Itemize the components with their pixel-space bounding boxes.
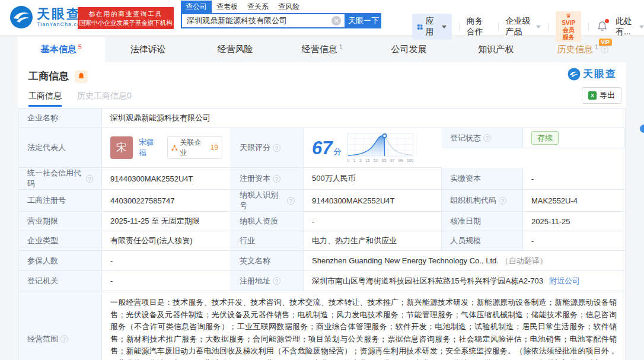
avatar[interactable]: 宋: [110, 136, 133, 159]
business-scope-label: 经营范围?: [19, 291, 102, 360]
apps-grid-icon: [417, 23, 423, 31]
notification-dot: [605, 19, 609, 23]
search-tabs: 查公司 查老板 查关系 查风险: [181, 1, 381, 13]
reg-authority-label: 登记机关: [19, 271, 102, 291]
search-area: 查公司 查老板 查关系 查风险 ✕ 天眼一下: [181, 1, 381, 28]
tianyancha-logo-icon: [9, 5, 33, 29]
tab-business-info[interactable]: 经营信息1: [279, 37, 366, 62]
score-tick: 50: [374, 158, 378, 163]
score-number: 67: [312, 138, 332, 158]
search-button[interactable]: 天眼一下: [346, 13, 381, 28]
search-tab-relation[interactable]: 查关系: [243, 1, 273, 13]
table-row: 登记机关 - 注册地址? 深圳市南山区粤海街道科技园社区科苑路15号科兴科学园A…: [19, 271, 625, 291]
table-row: 法定代表人 宋 宋疆福 关联企业 19: [19, 128, 625, 168]
tab-count: 5: [78, 43, 82, 50]
staff-size-label: 人员规模: [442, 231, 523, 251]
score-tick: 15: [365, 158, 370, 163]
search-tab-risk[interactable]: 查风险: [273, 1, 304, 13]
reg-capital-value: 500万人民币: [304, 168, 442, 190]
subscribe-bell-icon[interactable]: [75, 70, 88, 83]
score-tick: 100: [407, 158, 414, 163]
taxpayer-id-value: 91440300MAK2552U4T: [304, 190, 442, 212]
reg-capital-label: 注册资本?: [231, 168, 304, 190]
score-tick: 99: [398, 158, 403, 163]
section-title: 工商信息: [28, 69, 69, 83]
tab-basic-info[interactable]: 基本信息5: [18, 37, 105, 62]
related-company-icon: [171, 145, 178, 151]
floating-widget-handle[interactable]: [640, 125, 644, 133]
watermark-text: 天眼查: [583, 67, 617, 81]
taxpayer-quality-label: 纳税人资质: [231, 212, 304, 231]
insured-count-label: 参保人数: [19, 251, 102, 271]
company-type-label: 企业类型: [19, 231, 102, 251]
help-icon[interactable]: ?: [499, 197, 506, 205]
table-row: 企业类型 有限责任公司(法人独资) 行业 电力、热力生产和供应业 人员规模 -: [19, 231, 625, 251]
business-term-value: 2025-11-25 至 无固定期限: [102, 212, 231, 231]
chevron-down-icon: [536, 26, 541, 28]
subtab-business-info[interactable]: 工商信息: [28, 91, 62, 107]
excel-icon: X: [588, 91, 597, 100]
apps-menu-button[interactable]: 应用: [412, 14, 452, 40]
industry-label: 行业: [231, 231, 304, 251]
credit-code-label: 统一社会信用代码?: [19, 168, 102, 190]
insured-count-value: -: [102, 251, 231, 271]
business-cooperation-link[interactable]: 商务合作: [467, 16, 491, 37]
tab-count: 1: [339, 43, 342, 50]
user-name: 此处有...: [616, 16, 637, 37]
tab-legal-proceedings[interactable]: 法律诉讼: [105, 37, 192, 62]
svip-member-button[interactable]: ♛ SVIP 会员服务: [556, 11, 581, 42]
search-tab-boss[interactable]: 查老板: [212, 1, 243, 13]
table-row: 经营范围? 一般经营项目是：技术服务、技术开发、技术咨询、技术交流、技术转让、技…: [19, 291, 625, 360]
help-icon[interactable]: ?: [287, 197, 295, 205]
english-name-label: 英文名称: [231, 251, 304, 271]
enterprise-products-link[interactable]: 企业级产品: [505, 16, 541, 37]
business-info-card: 工商信息 天眼查 工商信息 历史工商信息0 X 导出: [18, 62, 626, 360]
score-label: 天眼评分?: [231, 128, 304, 168]
org-code-label: 组织机构代码?: [442, 190, 523, 212]
score-tick: 85: [382, 158, 387, 163]
related-companies-badge[interactable]: 关联企业 19: [167, 136, 222, 159]
approval-date-label: 核准日期: [442, 212, 523, 231]
clear-icon[interactable]: ✕: [331, 16, 341, 26]
related-count: 19: [211, 144, 218, 152]
search-input[interactable]: [182, 14, 329, 27]
taxpayer-quality-value: -: [304, 212, 442, 231]
tianyancha-logo[interactable]: 天眼查 TianYanCha.com: [9, 5, 86, 29]
user-menu[interactable]: 此处有...: [616, 16, 644, 37]
industry-value: 电力、热力生产和供应业: [304, 231, 442, 251]
notification-bell-icon[interactable]: [597, 21, 607, 33]
help-icon[interactable]: ?: [273, 175, 280, 183]
search-tab-company[interactable]: 查公司: [181, 1, 212, 13]
help-icon[interactable]: ?: [483, 134, 491, 142]
legal-rep-name-link[interactable]: 宋疆福: [139, 137, 162, 158]
subtab-history-business-info[interactable]: 历史工商信息0: [77, 91, 132, 107]
help-icon[interactable]: ?: [273, 144, 280, 152]
org-code-value: MAK2552U-4: [523, 190, 625, 212]
page-body: 基本信息5 法律诉讼 经营风险 经营信息1 公司发展 知识产权 VIP 历史信息…: [0, 36, 644, 360]
score-distribution-chart: 0131550859799100: [347, 133, 413, 163]
business-info-table: 企业名称 深圳观鼎新能源科技有限公司 法定代表人 宋 宋疆福: [18, 108, 626, 360]
help-icon[interactable]: ?: [86, 175, 93, 183]
watermark-logo: 天眼查: [568, 67, 617, 81]
score-tick: 0: [347, 158, 349, 163]
help-icon[interactable]: ?: [60, 335, 68, 343]
auto-translate-note: （自动翻译）: [501, 256, 547, 266]
score-marker-pin: [383, 134, 387, 138]
company-type-value: 有限责任公司(法人独资): [102, 231, 231, 251]
legal-rep-label: 法定代表人: [19, 128, 102, 168]
table-row: 工商注册号 440300227585747 纳税人识别号? 91440300MA…: [19, 190, 625, 212]
nearby-companies-link[interactable]: 附近公司: [549, 276, 580, 286]
export-button[interactable]: X 导出: [582, 87, 621, 104]
taxpayer-id-label: 纳税人识别号?: [231, 190, 304, 212]
table-row: 营业期限 2025-11-25 至 无固定期限 纳税人资质 - 核准日期 202…: [19, 212, 625, 231]
tab-operational-risk[interactable]: 经营风险: [192, 37, 279, 62]
help-icon[interactable]: ?: [601, 46, 608, 53]
promo-line1: 都在用的商业查询工具: [78, 9, 174, 18]
score-ticks: 0131550859799100: [347, 158, 413, 163]
company-name-label: 企业名称: [19, 109, 102, 128]
company-name-value: 深圳观鼎新能源科技有限公司: [102, 109, 625, 128]
paid-capital-value: -: [523, 168, 625, 190]
help-icon[interactable]: ?: [273, 277, 280, 285]
chevron-down-icon: [639, 26, 644, 28]
status-badge: 存续: [531, 131, 559, 145]
